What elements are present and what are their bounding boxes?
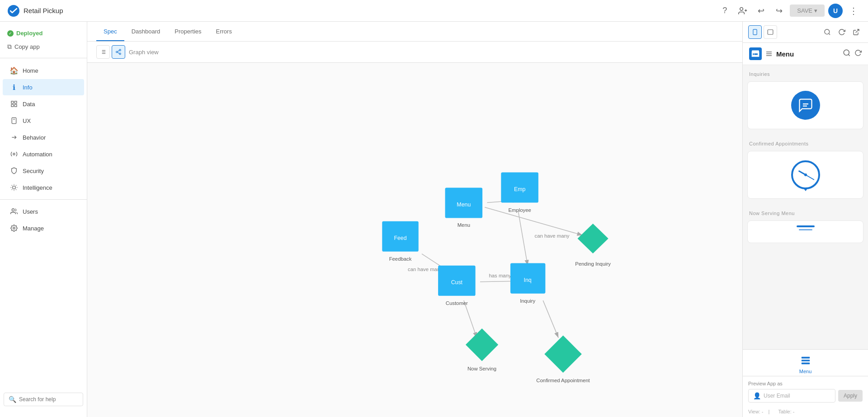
inquiries-card[interactable] xyxy=(747,81,863,129)
app-header: Menu xyxy=(743,43,868,65)
svg-point-29 xyxy=(116,51,118,53)
footer-separator: | xyxy=(768,409,769,414)
app-header-search-icon[interactable] xyxy=(843,49,851,59)
refresh-preview-button[interactable] xyxy=(835,26,848,38)
bottom-nav: Menu xyxy=(743,349,868,376)
svg-marker-63 xyxy=(544,335,582,373)
sidebar-nav: 🏠 Home ℹ Info Data UX xyxy=(0,62,87,387)
sidebar-item-manage[interactable]: Manage xyxy=(3,220,84,236)
help-button[interactable]: ? xyxy=(717,4,732,18)
sidebar-item-intelligence[interactable]: Intelligence xyxy=(3,179,84,196)
chat-icon xyxy=(791,91,820,120)
preview-app-as-label: Preview App as xyxy=(748,381,863,386)
tab-dashboard[interactable]: Dashboard xyxy=(124,23,168,41)
sidebar-search[interactable]: 🔍 xyxy=(4,393,83,406)
main-layout: Deployed ⧉ Copy app 🏠 Home ℹ Info Data xyxy=(0,22,868,417)
now-serving-card[interactable] xyxy=(747,220,863,243)
sidebar-item-ux[interactable]: UX xyxy=(3,112,84,129)
sidebar-item-data[interactable]: Data xyxy=(3,96,84,112)
svg-point-28 xyxy=(119,49,121,51)
avatar: U xyxy=(828,4,843,18)
add-user-button[interactable] xyxy=(736,4,750,18)
sidebar-item-automation[interactable]: Automation xyxy=(3,146,84,162)
svg-rect-80 xyxy=(801,360,809,361)
sidebar-item-behavior[interactable]: Behavior xyxy=(3,129,84,145)
intelligence-icon xyxy=(10,183,18,192)
undo-button[interactable]: ↩ xyxy=(754,4,768,18)
svg-point-11 xyxy=(13,186,16,189)
sidebar-item-info[interactable]: ℹ Info xyxy=(3,79,84,95)
copy-app-button[interactable]: ⧉ Copy app xyxy=(0,41,87,56)
svg-line-76 xyxy=(848,54,849,56)
tablet-view-button[interactable] xyxy=(764,25,777,39)
graph-view-button[interactable] xyxy=(112,45,125,59)
data-icon xyxy=(10,100,18,108)
preview-scroll[interactable]: Inquiries xyxy=(743,65,868,349)
svg-point-20 xyxy=(12,209,14,211)
clock-center xyxy=(804,173,807,176)
sidebar-item-ux-label: UX xyxy=(23,117,31,124)
sidebar-bottom: 🔍 xyxy=(0,387,87,412)
content-area: Spec Dashboard Properties Errors Graph v… xyxy=(87,22,742,417)
svg-rect-4 xyxy=(11,101,14,103)
svg-rect-5 xyxy=(14,101,17,103)
svg-rect-65 xyxy=(753,29,757,35)
apply-button[interactable]: Apply xyxy=(838,390,863,402)
manage-icon xyxy=(10,224,18,232)
confirmed-card[interactable] xyxy=(747,151,863,199)
sidebar-deployed-status: Deployed xyxy=(0,27,87,41)
svg-point-10 xyxy=(13,153,15,155)
bottom-nav-menu-label: Menu xyxy=(799,369,812,374)
inquiries-icon-area xyxy=(748,82,863,129)
view-toolbar: Graph view xyxy=(87,42,742,63)
svg-point-21 xyxy=(13,227,15,229)
redo-button[interactable]: ↪ xyxy=(772,4,786,18)
chat-bubble-icon xyxy=(797,97,814,113)
confirmed-section-label: Confirmed Appointments xyxy=(743,137,868,148)
tab-errors[interactable]: Errors xyxy=(209,23,239,41)
phone-view-button[interactable] xyxy=(748,25,762,39)
svg-marker-61 xyxy=(466,328,498,361)
app-header-icon xyxy=(749,47,762,60)
footer-view: View: - xyxy=(748,409,763,414)
svg-text:Feed: Feed xyxy=(394,235,406,241)
more-menu-button[interactable]: ⋮ xyxy=(846,4,861,18)
user-email-input[interactable]: 👤 User Email xyxy=(748,389,835,403)
right-panel-top-bar xyxy=(743,22,868,43)
svg-text:can have many: can have many xyxy=(535,233,570,239)
topbar-actions: ? ↩ ↪ SAVE ▾ U ⋮ xyxy=(717,4,861,18)
svg-point-69 xyxy=(825,29,830,34)
app-header-refresh-icon[interactable] xyxy=(854,49,862,58)
right-panel: Menu Inquiries xyxy=(742,22,868,417)
search-preview-button[interactable] xyxy=(821,26,834,38)
tab-properties[interactable]: Properties xyxy=(167,23,208,41)
behavior-icon xyxy=(10,133,18,141)
bottom-nav-menu-icon[interactable] xyxy=(798,353,813,368)
save-button[interactable]: SAVE ▾ xyxy=(790,5,825,17)
right-panel-view-buttons xyxy=(748,25,777,39)
svg-point-1 xyxy=(740,7,743,10)
user-email-placeholder: User Email xyxy=(764,393,790,399)
svg-line-70 xyxy=(829,33,830,35)
graph-svg: can have many can have many has many Men… xyxy=(87,63,742,417)
svg-line-15 xyxy=(16,189,16,190)
svg-marker-59 xyxy=(578,224,609,253)
info-icon: ℹ xyxy=(10,83,18,91)
search-input[interactable] xyxy=(19,396,78,403)
svg-line-41 xyxy=(464,300,477,338)
ux-icon xyxy=(10,117,18,125)
sidebar-item-home-label: Home xyxy=(23,67,38,74)
menu-section-now-serving: Now Serving Menu xyxy=(743,204,868,248)
confirmed-icon-area xyxy=(748,151,863,198)
external-link-button[interactable] xyxy=(850,26,863,38)
svg-text:Pending Inquiry: Pending Inquiry xyxy=(575,261,611,267)
sidebar-item-users[interactable]: Users xyxy=(3,203,84,220)
preview-app-as: Preview App as 👤 User Email Apply xyxy=(743,376,868,407)
svg-line-32 xyxy=(118,51,119,52)
svg-rect-81 xyxy=(801,363,809,365)
svg-line-43 xyxy=(485,207,583,235)
sidebar-item-security[interactable]: Security xyxy=(3,163,84,179)
list-view-button[interactable] xyxy=(96,45,110,59)
tab-spec[interactable]: Spec xyxy=(96,23,124,41)
sidebar-item-home[interactable]: 🏠 Home xyxy=(3,62,84,79)
